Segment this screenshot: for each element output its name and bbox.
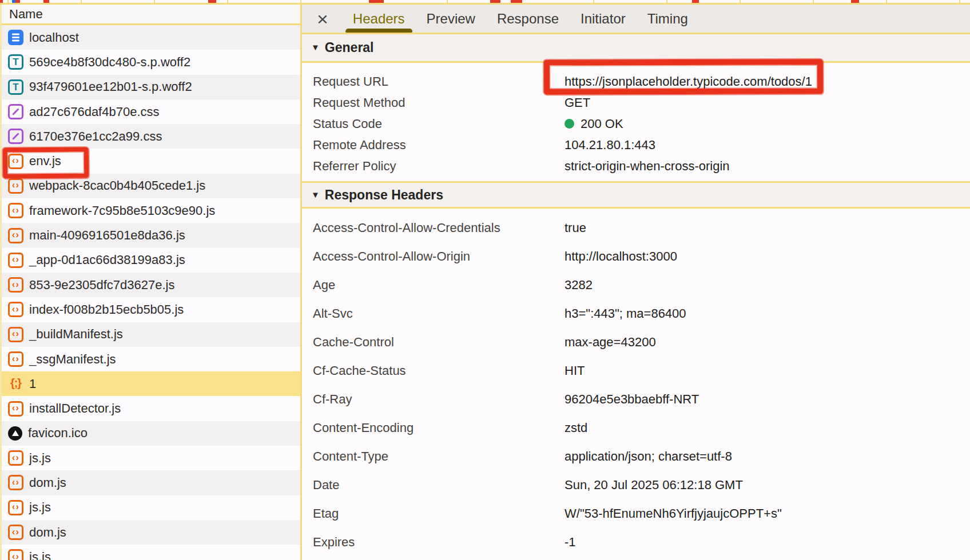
headers-sections: ▼GeneralRequest URLhttps://jsonplacehold… bbox=[302, 34, 970, 557]
request-row[interactable]: T 569ce4b8f30dc480-s.p.woff2 bbox=[2, 50, 300, 74]
request-row[interactable]: ‹› dom.js bbox=[2, 470, 300, 495]
request-name: 853-9e2305dfc7d3627e.js bbox=[29, 278, 174, 293]
request-name: env.js bbox=[29, 154, 61, 169]
request-row[interactable]: ‹› env.js bbox=[2, 149, 300, 173]
requests-list: localhost T 569ce4b8f30dc480-s.p.woff2 T… bbox=[2, 25, 300, 560]
request-row[interactable]: ‹› js.js bbox=[2, 446, 300, 470]
tab-preview[interactable]: Preview bbox=[416, 5, 486, 33]
request-row[interactable]: favicon.ico bbox=[2, 421, 300, 446]
request-row[interactable]: ‹› 853-9e2305dfc7d3627e.js bbox=[2, 273, 300, 297]
details-tab-bar: × HeadersPreviewResponseInitiatorTiming bbox=[302, 5, 970, 34]
request-row[interactable]: ‹› webpack-8cac0b4b405cede1.js bbox=[2, 174, 300, 198]
header-name: Request Method bbox=[313, 95, 564, 110]
request-name: main-4096916501e8da36.js bbox=[29, 228, 185, 243]
timeline-tick bbox=[7, 0, 9, 3]
header-name: Access-Control-Allow-Credentials bbox=[313, 221, 564, 235]
tab-headers[interactable]: Headers bbox=[342, 5, 416, 33]
header-name: Expires bbox=[313, 535, 564, 550]
script-icon: ‹› bbox=[8, 549, 23, 560]
close-icon[interactable]: × bbox=[317, 9, 328, 29]
header-value: GET bbox=[564, 95, 590, 110]
tab-response[interactable]: Response bbox=[486, 5, 570, 33]
header-name: Age bbox=[313, 278, 564, 293]
request-name: framework-7c95b8e5103c9e90.js bbox=[29, 203, 215, 218]
header-value: http://localhost:3000 bbox=[564, 249, 677, 264]
favicon-icon-glyph bbox=[12, 430, 19, 436]
request-row[interactable]: ‹› dom.js bbox=[2, 520, 300, 545]
document-icon bbox=[8, 30, 23, 45]
request-name: ad27c676daf4b70e.css bbox=[29, 105, 160, 119]
request-row[interactable]: ‹› _buildManifest.js bbox=[2, 322, 300, 347]
request-row[interactable]: localhost bbox=[2, 25, 300, 50]
tab-initiator[interactable]: Initiator bbox=[570, 5, 637, 33]
script-icon: ‹› bbox=[8, 277, 23, 293]
header-row: Request MethodGET bbox=[313, 92, 970, 113]
script-icon: ‹› bbox=[8, 450, 23, 466]
request-row[interactable]: ‹› framework-7c95b8e5103c9e90.js bbox=[2, 198, 300, 223]
request-name: _ssgManifest.js bbox=[29, 352, 116, 367]
long-task-mark bbox=[208, 0, 216, 3]
request-row[interactable]: 6170e376e1cc2a99.css bbox=[2, 124, 300, 149]
long-task-mark bbox=[851, 0, 859, 3]
section-title: General bbox=[325, 40, 374, 55]
request-row[interactable]: ‹› _app-0d1ac66d38199a83.js bbox=[2, 248, 300, 273]
header-row: Access-Control-Allow-Credentialstrue bbox=[313, 214, 970, 242]
script-icon: ‹› bbox=[8, 351, 23, 367]
header-row: Content-Typeapplication/json; charset=ut… bbox=[313, 442, 970, 471]
section-rows: Request URLhttps://jsonplaceholder.typic… bbox=[302, 63, 970, 177]
request-row[interactable]: ‹› main-4096916501e8da36.js bbox=[2, 223, 300, 247]
request-name: installDetector.js bbox=[29, 401, 121, 416]
request-row[interactable]: ‹› js.js bbox=[2, 545, 300, 560]
request-name: index-f008b2b15ecb5b05.js bbox=[29, 302, 184, 317]
request-row[interactable]: ‹› _ssgManifest.js bbox=[2, 347, 300, 371]
timeline-tick bbox=[666, 0, 667, 3]
timeline-tick bbox=[813, 0, 814, 3]
header-name: Status Code bbox=[313, 117, 564, 131]
script-icon: ‹› bbox=[8, 475, 23, 490]
script-icon: ‹› bbox=[8, 500, 23, 515]
json-icon: {;} bbox=[8, 376, 23, 391]
devtools-network-panel: Name localhost T 569ce4b8f30dc480-s.p.wo… bbox=[0, 0, 970, 560]
request-name: 569ce4b8f30dc480-s.p.woff2 bbox=[29, 55, 190, 70]
request-name: 6170e376e1cc2a99.css bbox=[29, 129, 162, 144]
request-row[interactable]: ‹› index-f008b2b15ecb5b05.js bbox=[2, 297, 300, 322]
stylesheet-icon bbox=[8, 104, 23, 119]
section-rows: Access-Control-Allow-CredentialstrueAcce… bbox=[302, 209, 970, 557]
long-task-mark bbox=[0, 0, 3, 3]
header-name: Referrer Policy bbox=[313, 159, 564, 174]
name-column-header[interactable]: Name bbox=[2, 5, 300, 25]
request-name: _app-0d1ac66d38199a83.js bbox=[29, 253, 185, 267]
header-value: max-age=43200 bbox=[564, 335, 656, 350]
timeline-tick bbox=[154, 0, 155, 3]
network-overview-strip[interactable] bbox=[0, 0, 970, 5]
tab-timing[interactable]: Timing bbox=[637, 5, 699, 33]
header-value: Sun, 20 Jul 2025 06:12:18 GMT bbox=[564, 478, 743, 493]
name-column-label: Name bbox=[9, 7, 43, 22]
header-value: W/"53-hfEnumeNh6YirfjyjaujcOPPT+s" bbox=[564, 506, 782, 521]
timeline-tick bbox=[593, 0, 594, 3]
timeline-tick bbox=[886, 0, 887, 3]
header-row: Access-Control-Allow-Originhttp://localh… bbox=[313, 242, 970, 271]
request-name: localhost bbox=[29, 30, 79, 45]
header-value: 104.21.80.1:443 bbox=[564, 138, 655, 153]
request-row[interactable]: ‹› installDetector.js bbox=[2, 396, 300, 421]
script-icon: ‹› bbox=[8, 154, 23, 169]
section-header-response-headers[interactable]: ▼Response Headers bbox=[302, 181, 970, 209]
request-row[interactable]: ‹› js.js bbox=[2, 495, 300, 520]
font-icon: T bbox=[8, 79, 23, 95]
header-row: EtagW/"53-hfEnumeNh6YirfjyjaujcOPPT+s" bbox=[313, 499, 970, 528]
header-name: Date bbox=[313, 478, 564, 493]
header-value: HIT bbox=[564, 363, 585, 378]
header-value: -1 bbox=[564, 535, 576, 550]
section-header-general[interactable]: ▼General bbox=[302, 34, 970, 63]
long-task-mark bbox=[369, 0, 384, 3]
request-row[interactable]: ad27c676daf4b70e.css bbox=[2, 99, 300, 124]
long-task-mark bbox=[511, 0, 522, 3]
request-row[interactable]: T 93f479601ee12b01-s.p.woff2 bbox=[2, 75, 300, 99]
header-row: Alt-Svch3=":443"; ma=86400 bbox=[313, 299, 970, 328]
favicon-icon bbox=[8, 426, 22, 441]
script-icon: ‹› bbox=[8, 525, 23, 540]
section-title: Response Headers bbox=[325, 187, 443, 203]
request-row-selected[interactable]: {;} 1 bbox=[2, 371, 300, 396]
request-name: _buildManifest.js bbox=[29, 327, 123, 342]
